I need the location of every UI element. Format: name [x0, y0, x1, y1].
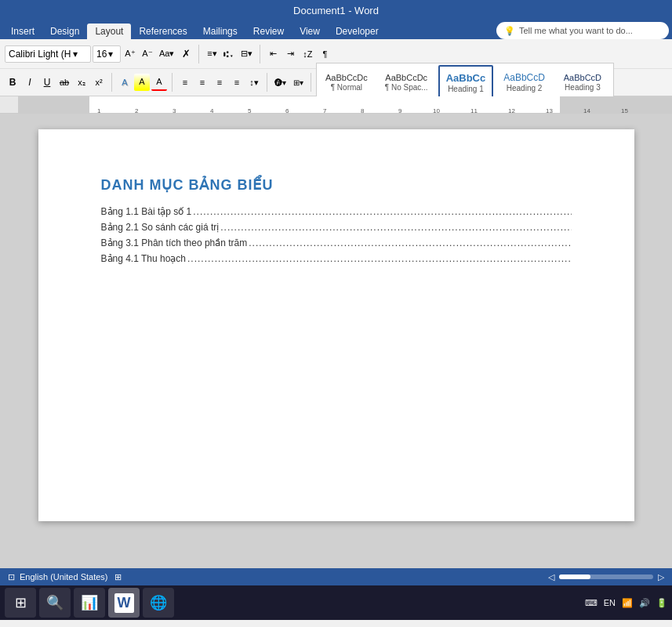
style-heading1[interactable]: AaBbCc Heading 1: [438, 65, 494, 100]
horizontal-ruler: 1 2 3 4 5 6 7 8 9 10 11 12 13 14 15: [19, 96, 672, 114]
language-indicator[interactable]: EN: [604, 598, 616, 607]
toc-entry-3: Bảng 3.1 Phân tích theo phần trăm ......…: [101, 237, 572, 248]
increase-font-btn[interactable]: A⁺: [122, 45, 138, 63]
align-center-btn[interactable]: ≡: [194, 74, 210, 91]
ruler-area: 1 2 3 4 5 6 7 8 9 10 11 12 13 14 15: [0, 96, 672, 114]
excel-icon: 📊: [81, 594, 98, 611]
size-dropdown-icon: ▾: [108, 49, 113, 60]
taskbar-excel[interactable]: 📊: [74, 588, 105, 618]
toc-entry-4: Bảng 4.1 Thu hoạch .....................…: [101, 253, 572, 264]
signal-icon: 📶: [622, 598, 633, 608]
pilcrow-btn[interactable]: ¶: [317, 45, 332, 63]
style-h1-label: Heading 1: [448, 85, 484, 93]
separator6: [311, 73, 311, 92]
style-h3-label: Heading 3: [565, 83, 601, 92]
taskbar-chrome[interactable]: 🌐: [143, 588, 174, 618]
bullets-btn[interactable]: ≡▾: [204, 45, 220, 63]
sound-icon: 🔊: [639, 598, 650, 608]
align-left-btn[interactable]: ≡: [177, 74, 193, 91]
tab-review[interactable]: Review: [245, 24, 292, 39]
status-bar: ⊡ English (United States) ⊞ ◁ ▷: [0, 568, 672, 585]
style-h2-preview: AaBbCcD: [503, 72, 545, 83]
tab-insert[interactable]: Insert: [3, 24, 42, 39]
taskbar-word[interactable]: W: [108, 588, 140, 618]
font-color-btn[interactable]: A: [151, 74, 167, 91]
style-no-spacing[interactable]: AaBbCcDc ¶ No Spac...: [378, 65, 435, 100]
taskbar-search[interactable]: 🔍: [39, 588, 71, 618]
tab-developer[interactable]: Developer: [328, 24, 387, 39]
decrease-font-btn[interactable]: A⁻: [140, 45, 155, 63]
word-icon: W: [114, 593, 134, 613]
tab-layout[interactable]: Layout: [87, 24, 131, 39]
sort-btn[interactable]: ↕Z: [300, 45, 315, 63]
ribbon: Calibri Light (H ▾ 16 ▾ A⁺ A⁻ Aa▾ ✗ ≡▾ ⑆…: [0, 39, 672, 96]
style-nospace-label: ¶ No Spac...: [385, 83, 428, 92]
align-right-btn[interactable]: ≡: [212, 74, 227, 91]
lightbulb-icon: 💡: [504, 26, 515, 36]
language-label[interactable]: English (United States): [20, 572, 108, 582]
superscript-btn[interactable]: x²: [91, 74, 107, 91]
tab-mailings[interactable]: Mailings: [195, 24, 245, 39]
status-icon: ⊡: [8, 572, 15, 582]
outdent-btn[interactable]: ⇤: [265, 45, 281, 63]
document-page[interactable]: DANH MỤC BẢNG BIỂU Bảng 1.1 Bài tập số 1…: [38, 129, 634, 521]
taskbar-right: ⌨ EN 📶 🔊 🔋: [585, 598, 667, 608]
separator3: [111, 73, 112, 92]
style-normal[interactable]: AaBbCcDc ¶ Normal: [318, 65, 375, 100]
style-nospace-preview: AaBbCcDc: [385, 73, 427, 82]
toolbar-row2: B I U ab x₂ x² A A A ≡ ≡ ≡ ≡ ↕▾ 🅐▾ ⊞▾ Aa…: [0, 69, 672, 96]
taskbar: ⊞ 🔍 📊 W 🌐 ⌨ EN 📶 🔊 🔋: [0, 585, 672, 620]
clear-format-btn[interactable]: ✗: [178, 45, 194, 63]
font-dropdown-icon: ▾: [73, 49, 78, 60]
style-normal-label: ¶ Normal: [331, 83, 362, 92]
font-size-text: 16: [96, 49, 107, 60]
bold-btn[interactable]: B: [5, 74, 20, 91]
title-bar: Document1 - Word: [0, 0, 672, 20]
numbering-btn[interactable]: ⑆▾: [221, 45, 237, 63]
scroll-left-icon: ◁: [548, 572, 554, 582]
shading-btn[interactable]: 🅐▾: [272, 74, 289, 91]
keyboard-icon: ⌨: [585, 598, 598, 608]
scroll-right-icon: ▷: [658, 572, 664, 582]
toc-entry-1: Bảng 1.1 Bài tập số 1 ..................…: [101, 206, 572, 217]
style-h2-label: Heading 2: [507, 84, 543, 92]
indent-btn[interactable]: ⇥: [282, 45, 298, 63]
subscript-btn[interactable]: x₂: [74, 74, 89, 91]
style-heading3[interactable]: AaBbCcD Heading 3: [555, 65, 610, 100]
text-effects-btn[interactable]: A: [117, 74, 133, 91]
style-heading2[interactable]: AaBbCcD Heading 2: [496, 65, 552, 100]
font-name-text: Calibri Light (H: [9, 49, 71, 60]
style-h3-preview: AaBbCcD: [564, 73, 601, 82]
toc-entry-2: Bảng 2.1 So sánh các giá trị ...........…: [101, 222, 572, 233]
tab-view[interactable]: View: [292, 24, 328, 39]
strikethrough-btn[interactable]: ab: [56, 74, 72, 91]
underline-btn[interactable]: U: [39, 74, 55, 91]
justify-btn[interactable]: ≡: [229, 74, 245, 91]
font-size-selector[interactable]: 16 ▾: [93, 45, 121, 63]
italic-btn[interactable]: I: [22, 74, 38, 91]
toc-text-4: Bảng 4.1 Thu hoạch: [101, 253, 187, 264]
battery-icon: 🔋: [656, 598, 667, 608]
chrome-icon: 🌐: [150, 594, 167, 611]
multilevel-btn[interactable]: ⊟▾: [238, 45, 255, 63]
title-text: Document1 - Word: [293, 5, 379, 16]
windows-icon: ⊞: [15, 594, 27, 611]
doc-area: DANH MỤC BẢNG BIỂU Bảng 1.1 Bài tập số 1…: [0, 114, 672, 568]
tell-me-placeholder: Tell me what you want to do...: [519, 26, 633, 35]
line-spacing-btn[interactable]: ↕▾: [246, 74, 262, 91]
separator1: [198, 45, 199, 63]
separator2: [260, 45, 260, 63]
ribbon-tabs: Insert Design Layout References Mailings…: [0, 20, 672, 39]
start-button[interactable]: ⊞: [5, 588, 36, 618]
style-h1-preview: AaBbCc: [446, 72, 486, 84]
style-normal-preview: AaBbCcDc: [325, 73, 368, 82]
tab-references[interactable]: References: [131, 24, 194, 39]
separator5: [267, 73, 267, 92]
borders-btn[interactable]: ⊞▾: [290, 74, 306, 91]
tab-design[interactable]: Design: [42, 24, 87, 39]
change-case-btn[interactable]: Aa▾: [157, 45, 176, 63]
tell-me-box[interactable]: 💡 Tell me what you want to do...: [496, 22, 669, 39]
track-changes-icon: ⊞: [114, 572, 122, 582]
font-selector[interactable]: Calibri Light (H ▾: [5, 45, 91, 63]
highlight-btn[interactable]: A: [134, 74, 150, 91]
